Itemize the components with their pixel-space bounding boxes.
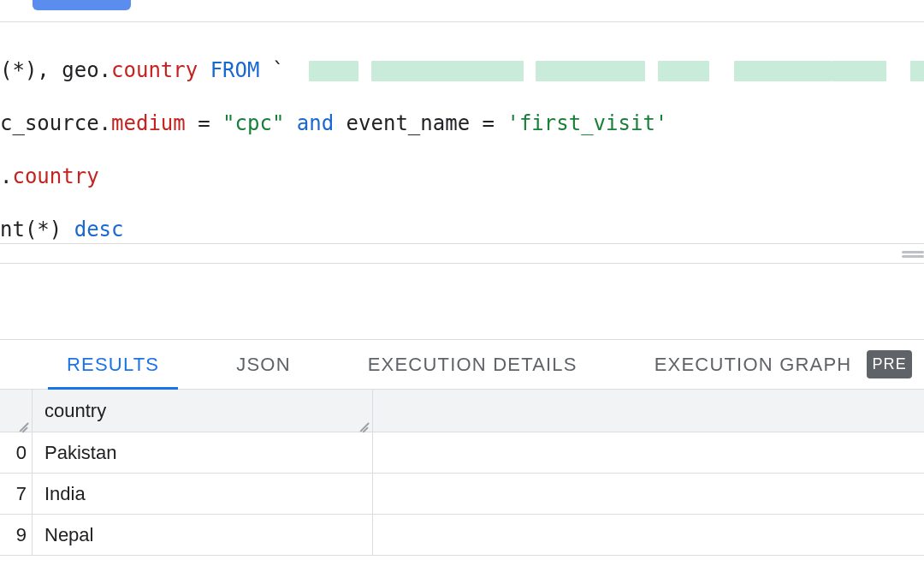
results-table: country 0 Pakistan 7 India 9 Nepal (0, 389, 924, 556)
cell-index: 9 (0, 515, 33, 555)
cell-index: 0 (0, 432, 33, 473)
sql-editor[interactable]: (*), geo.country FROM ` c_source.medium … (0, 22, 924, 243)
table-row[interactable]: 7 India (0, 474, 924, 515)
table-row[interactable]: 9 Nepal (0, 515, 924, 556)
cell-empty (373, 515, 924, 555)
cell-index: 7 (0, 474, 33, 514)
table-row[interactable]: 0 Pakistan (0, 432, 924, 474)
resize-icon (358, 418, 370, 430)
results-header-gap (0, 264, 924, 339)
column-header-country[interactable]: country (33, 390, 373, 432)
table-header-row: country (0, 390, 924, 432)
tab-exec-graph[interactable]: EXECUTION GRAPH (654, 340, 852, 390)
tab-json[interactable]: JSON (236, 340, 290, 390)
run-button[interactable] (33, 0, 131, 10)
grip-icon (902, 251, 924, 258)
column-header-label: country (44, 400, 106, 422)
column-header-index[interactable] (0, 390, 33, 432)
cell-country: India (33, 474, 373, 514)
cell-empty (373, 474, 924, 514)
results-tabs: RESULTS JSON EXECUTION DETAILS EXECUTION… (0, 339, 924, 389)
cell-empty (373, 432, 924, 473)
cell-country: Nepal (33, 515, 373, 555)
pane-resize-handle[interactable] (0, 243, 924, 264)
cell-country: Pakistan (33, 432, 373, 473)
top-toolbar (0, 0, 924, 22)
resize-icon (18, 418, 30, 430)
tab-exec-details[interactable]: EXECUTION DETAILS (368, 340, 578, 390)
preview-badge: PRE (867, 350, 912, 378)
column-header-empty (373, 390, 924, 432)
tab-results[interactable]: RESULTS (67, 340, 159, 390)
